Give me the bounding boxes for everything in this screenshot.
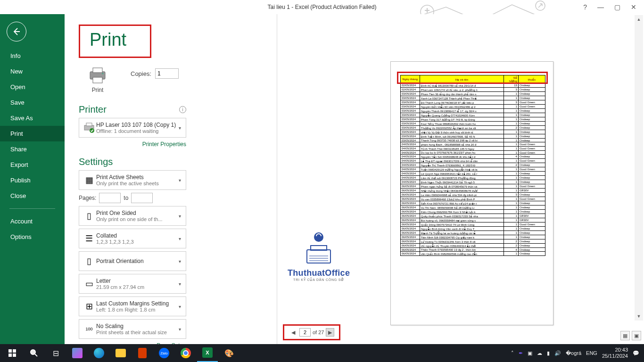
margins-title: Last Custom Margins Setting bbox=[96, 300, 177, 307]
tray-volume-icon[interactable]: 🔊 bbox=[554, 350, 561, 356]
tb-app-office[interactable] bbox=[132, 344, 153, 362]
sidebar-item-account[interactable]: Account bbox=[0, 214, 65, 229]
print-what-title: Print Active Sheets bbox=[96, 174, 177, 181]
collate-select[interactable]: ☰ Collated1,2,3 1,2,3 1,2,3 ▾ bbox=[79, 229, 186, 248]
collate-title: Collated bbox=[96, 232, 177, 239]
printer-select[interactable]: HP Laser 103 107 108 (Copy 1) Offline: 1… bbox=[79, 118, 186, 138]
margins-select[interactable]: ⊞ Last Custom Margins SettingLeft: 1.8 c… bbox=[79, 296, 186, 316]
printer-properties-link[interactable]: Printer Properties bbox=[142, 141, 186, 148]
tb-app-paint[interactable]: 🎨 bbox=[219, 344, 239, 362]
print-what-select[interactable]: ▦ Print Active SheetsOnly print the acti… bbox=[79, 170, 186, 190]
tray-clock[interactable]: 20:43 25/11/2024 bbox=[602, 347, 628, 359]
start-button[interactable] bbox=[2, 344, 23, 362]
task-view-button[interactable]: ⊟ bbox=[45, 344, 66, 362]
sidebar-divider bbox=[9, 208, 55, 209]
chevron-down-icon: ▾ bbox=[177, 178, 183, 183]
watermark-sub: TRI KỶ CỦA DÂN CÔNG SỞ bbox=[288, 278, 350, 282]
tb-app-edge[interactable] bbox=[89, 344, 109, 362]
tray-feather-icon[interactable]: ✒ bbox=[519, 350, 523, 356]
title-bar: Tai lieu 1 - Excel (Product Activation F… bbox=[0, 0, 644, 14]
svg-rect-14 bbox=[8, 354, 12, 357]
window-title: Tai lieu 1 - Excel (Product Activation F… bbox=[268, 4, 377, 10]
tb-app-explorer[interactable] bbox=[110, 344, 131, 362]
scaling-sub: Print sheets at their actual size bbox=[96, 329, 177, 335]
printer-section-title: Printer bbox=[79, 104, 107, 115]
collate-sub: 1,2,3 1,2,3 1,2,3 bbox=[96, 239, 177, 245]
close-icon[interactable]: ✕ bbox=[631, 3, 636, 11]
sidebar-item-share[interactable]: Share bbox=[0, 141, 65, 157]
print-button-label: Print bbox=[88, 87, 107, 93]
sided-title: Print One Sided bbox=[96, 210, 177, 216]
tb-app-copilot[interactable] bbox=[67, 344, 88, 362]
scroll-down-icon[interactable]: ▼ bbox=[635, 312, 643, 321]
chevron-down-icon: ▾ bbox=[177, 281, 183, 287]
preview-scrollbar[interactable]: ▲ ▼ bbox=[635, 15, 643, 321]
sidebar-item-open[interactable]: Open bbox=[0, 79, 65, 95]
printer-status-icon bbox=[82, 121, 96, 135]
pages-from-input[interactable] bbox=[99, 193, 121, 203]
tray-wifi-icon[interactable]: �ográ bbox=[566, 350, 581, 356]
svg-rect-12 bbox=[8, 349, 12, 353]
tray-chevron-icon[interactable]: ˄ bbox=[511, 350, 514, 356]
scroll-up-icon[interactable]: ▲ bbox=[635, 15, 643, 24]
tray-battery-icon[interactable]: ▮ bbox=[547, 350, 550, 356]
zoom-to-page-button[interactable]: ▣ bbox=[632, 331, 641, 340]
sidebar-item-publish[interactable]: Publish bbox=[0, 173, 65, 188]
preview-table: Ngày thángHọ và tênSố lượngthuốc02/05/20… bbox=[400, 75, 545, 256]
next-page-button[interactable]: ▶ bbox=[326, 328, 334, 337]
info-icon[interactable]: i bbox=[179, 106, 186, 113]
sidebar-item-close[interactable]: Close bbox=[0, 188, 65, 204]
sidebar-item-save-as[interactable]: Save As bbox=[0, 110, 65, 126]
tray-app-icon[interactable]: ▣ bbox=[528, 350, 532, 356]
sidebar-item-new[interactable]: New bbox=[0, 64, 65, 79]
margins-icon: ⊞ bbox=[82, 299, 96, 313]
tray-onedrive-icon[interactable]: ☁ bbox=[537, 350, 542, 356]
chevron-down-icon: ▾ bbox=[177, 304, 183, 309]
search-button[interactable] bbox=[24, 344, 44, 362]
sidebar-item-save[interactable]: Save bbox=[0, 95, 65, 110]
tray-language[interactable]: ENG bbox=[586, 350, 597, 356]
watermark-title: ThuthuatOffice bbox=[288, 268, 350, 278]
print-preview-area: ThuthuatOffice TRI KỶ CỦA DÂN CÔNG SỞ Ng… bbox=[277, 14, 644, 344]
tray-date: 25/11/2024 bbox=[602, 353, 628, 359]
sidebar-item-info[interactable]: Info bbox=[0, 48, 65, 64]
current-page-input[interactable] bbox=[299, 328, 311, 337]
tb-app-zalo[interactable]: Zalo bbox=[154, 344, 174, 362]
sided-select[interactable]: ▯ Print One SidedOnly print on one side … bbox=[79, 206, 186, 226]
svg-rect-13 bbox=[13, 349, 16, 353]
backstage-sidebar: InfoNewOpenSaveSave AsPrintShareExportPu… bbox=[0, 14, 65, 344]
tb-app-excel[interactable]: X bbox=[197, 344, 218, 362]
orientation-select[interactable]: ▯ Portrait Orientation ▾ bbox=[79, 251, 186, 271]
prev-page-button[interactable]: ◀ bbox=[289, 328, 297, 337]
copies-input[interactable] bbox=[155, 68, 179, 79]
windows-taskbar: ⊟ Zalo X 🎨 ˄ ✒ ▣ ☁ ▮ 🔊 �ográ ENG 20:43 2… bbox=[0, 344, 644, 362]
sided-sub: Only print on one side of th... bbox=[96, 216, 177, 222]
sidebar-item-print[interactable]: Print bbox=[0, 126, 65, 141]
sidebar-item-export[interactable]: Export bbox=[0, 157, 65, 173]
sidebar-item-options[interactable]: Options bbox=[0, 229, 65, 245]
margins-sub: Left: 1.8 cm Right: 1.8 cm bbox=[96, 307, 177, 313]
back-button[interactable] bbox=[7, 22, 26, 41]
paper-title: Letter bbox=[96, 278, 177, 284]
help-icon[interactable]: ? bbox=[583, 3, 587, 11]
heading-highlight: Print bbox=[79, 25, 151, 58]
paper-size-select[interactable]: ▭ Letter21.59 cm x 27.94 cm ▾ bbox=[79, 274, 186, 294]
svg-point-16 bbox=[31, 350, 35, 354]
page-heading: Print bbox=[90, 30, 126, 50]
pages-to-input[interactable] bbox=[131, 193, 153, 203]
tb-app-chrome[interactable] bbox=[175, 344, 196, 362]
scaling-select[interactable]: 100 No ScalingPrint sheets at their actu… bbox=[79, 319, 186, 339]
chevron-down-icon: ▾ bbox=[177, 259, 183, 264]
show-margins-button[interactable]: ▦ bbox=[620, 331, 630, 340]
printer-status: Offline: 1 document waiting bbox=[96, 128, 177, 134]
svg-rect-3 bbox=[93, 68, 102, 73]
minimize-icon[interactable]: — bbox=[597, 3, 604, 11]
pager-highlight: ◀ of 27 ▶ bbox=[283, 324, 340, 340]
paper-sub: 21.59 cm x 27.94 cm bbox=[96, 284, 177, 290]
svg-rect-10 bbox=[311, 246, 327, 250]
maximize-icon[interactable]: ▢ bbox=[614, 3, 620, 11]
chevron-down-icon: ▾ bbox=[177, 125, 183, 131]
tray-notifications-icon[interactable]: 💬 bbox=[633, 350, 639, 356]
print-button[interactable]: Print bbox=[79, 64, 116, 96]
collate-icon: ☰ bbox=[82, 231, 96, 246]
